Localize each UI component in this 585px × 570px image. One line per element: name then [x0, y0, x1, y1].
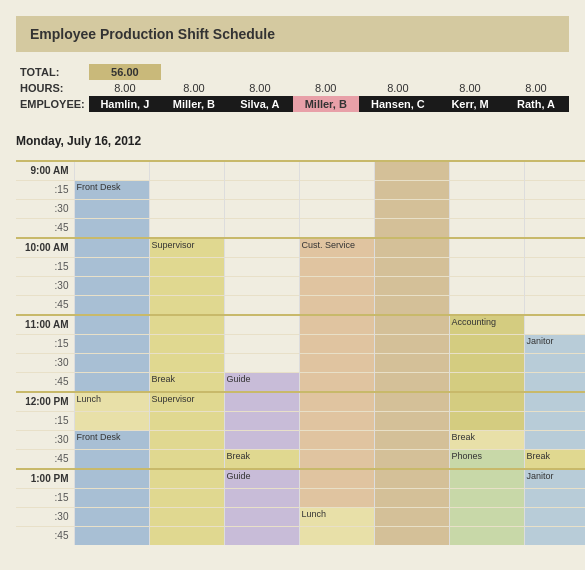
emp-hansen: Hansen, C	[359, 96, 437, 112]
grid-cell	[224, 161, 299, 181]
grid-cell	[74, 296, 149, 316]
grid-cell	[374, 412, 449, 431]
grid-cell	[524, 489, 585, 508]
grid-cell	[449, 296, 524, 316]
time-label: :30	[16, 354, 74, 373]
grid-cell	[299, 277, 374, 296]
time-label: :45	[16, 373, 74, 393]
grid-cell	[149, 412, 224, 431]
grid-cell	[449, 412, 524, 431]
grid-cell	[299, 469, 374, 489]
grid-cell	[524, 219, 585, 239]
grid-cell	[149, 354, 224, 373]
grid-cell	[449, 392, 524, 412]
grid-cell: Break	[149, 373, 224, 393]
grid-cell	[149, 181, 224, 200]
grid-cell	[299, 335, 374, 354]
grid-cell	[299, 431, 374, 450]
grid-cell	[299, 315, 374, 335]
table-row: 12:00 PM Lunch Supervisor	[16, 392, 585, 412]
grid-cell	[374, 508, 449, 527]
time-label: :45	[16, 296, 74, 316]
grid-cell	[74, 238, 149, 258]
grid-cell	[524, 431, 585, 450]
time-label: :15	[16, 489, 74, 508]
grid-cell	[224, 277, 299, 296]
grid-cell	[224, 200, 299, 219]
time-label: :30	[16, 200, 74, 219]
table-row: :30 Lunch	[16, 508, 585, 527]
grid-cell	[374, 354, 449, 373]
grid-cell	[74, 469, 149, 489]
grid-cell	[374, 238, 449, 258]
table-row: :15 Front Desk	[16, 181, 585, 200]
table-row: 10:00 AM Supervisor Cust. Service	[16, 238, 585, 258]
grid-cell	[374, 373, 449, 393]
grid-cell	[374, 431, 449, 450]
table-row: :15	[16, 412, 585, 431]
emp-miller-b2: Miller, B	[293, 96, 359, 112]
grid-cell	[374, 200, 449, 219]
hours-label: HOURS:	[16, 80, 89, 96]
grid-cell	[74, 354, 149, 373]
employee-label: EMPLOYEE:	[16, 96, 89, 112]
table-row: :45 Break Guide	[16, 373, 585, 393]
grid-cell	[449, 219, 524, 239]
summary-table: TOTAL: 56.00 HOURS: 8.00 8.00 8.00 8.00 …	[16, 64, 569, 112]
grid-cell	[524, 161, 585, 181]
grid-cell	[449, 335, 524, 354]
time-label: :45	[16, 527, 74, 546]
total-value: 56.00	[89, 64, 161, 80]
grid-cell: Break	[524, 450, 585, 470]
hours-col-4: 8.00	[293, 80, 359, 96]
table-row: :30 Front Desk Break	[16, 431, 585, 450]
grid-cell	[224, 315, 299, 335]
time-label: :30	[16, 277, 74, 296]
grid-cell	[149, 296, 224, 316]
grid-cell: Front Desk	[74, 431, 149, 450]
grid-cell: Cust. Service	[299, 238, 374, 258]
time-label: :45	[16, 450, 74, 470]
schedule-grid: .sgrid { width: 100%; border-collapse: c…	[16, 160, 569, 545]
grid-cell	[224, 527, 299, 546]
table-row: :45	[16, 219, 585, 239]
grid-cell	[524, 200, 585, 219]
time-label: 10:00 AM	[16, 238, 74, 258]
grid-cell	[299, 296, 374, 316]
grid-cell	[449, 200, 524, 219]
grid-cell	[299, 258, 374, 277]
grid-cell	[224, 508, 299, 527]
grid-cell	[74, 508, 149, 527]
grid-cell	[224, 258, 299, 277]
grid-cell	[74, 527, 149, 546]
grid-cell	[74, 489, 149, 508]
table-row: :30	[16, 277, 585, 296]
grid-cell	[374, 392, 449, 412]
grid-cell	[74, 258, 149, 277]
grid-cell	[224, 335, 299, 354]
grid-cell	[524, 527, 585, 546]
table-row: :45	[16, 527, 585, 546]
grid-cell	[74, 373, 149, 393]
emp-hamlin: Hamlin, J	[89, 96, 161, 112]
grid-cell: Break	[449, 431, 524, 450]
grid-cell: Janitor	[524, 469, 585, 489]
table-row: :30	[16, 200, 585, 219]
grid-cell: Break	[224, 450, 299, 470]
table-row: 11:00 AM Accounting	[16, 315, 585, 335]
grid-cell	[224, 412, 299, 431]
grid-cell	[299, 412, 374, 431]
page-title: Employee Production Shift Schedule	[16, 16, 569, 52]
grid-cell	[449, 469, 524, 489]
grid-cell	[299, 489, 374, 508]
grid-cell: Lunch	[74, 392, 149, 412]
grid-cell	[74, 200, 149, 219]
grid-cell	[374, 219, 449, 239]
grid-cell	[449, 354, 524, 373]
grid-cell	[299, 219, 374, 239]
day-header: Monday, July 16, 2012	[16, 134, 569, 148]
table-row: :15 Janitor	[16, 335, 585, 354]
grid-cell	[149, 335, 224, 354]
grid-cell	[374, 161, 449, 181]
table-row: :15	[16, 489, 585, 508]
